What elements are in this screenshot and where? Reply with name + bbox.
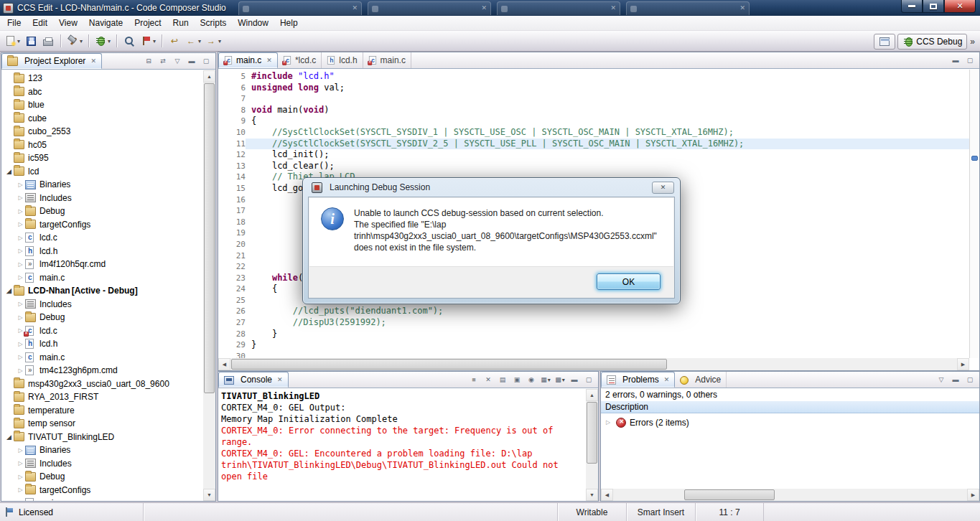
collapsed-arrow-icon[interactable]: ▷ (604, 419, 612, 426)
code-line-8[interactable]: void main(void) (246, 105, 969, 116)
tree-item-tivatut-blinkingled[interactable]: ◢TIVATUT_BlinkingLED (1, 431, 203, 444)
tree-item-targetconfigs[interactable]: ▷targetConfigs (1, 218, 203, 232)
dropdown-arrow-icon[interactable]: ▾ (17, 38, 20, 44)
maximize-window-button[interactable] (923, 0, 944, 13)
tree-item-lcd-c[interactable]: ▷lcd.c (1, 324, 203, 338)
editor-tab-main-c[interactable]: main.c✕ (218, 52, 278, 68)
menu-window[interactable]: Window (232, 17, 274, 29)
tree-item-cube[interactable]: cube (1, 112, 203, 126)
collapsed-arrow-icon[interactable]: ▷ (16, 261, 25, 268)
scroll-left-icon[interactable]: ◀ (601, 489, 613, 501)
scroll-right-icon[interactable]: ▶ (967, 489, 979, 501)
tree-item-ic595[interactable]: ic595 (1, 151, 203, 165)
scrollbar-thumb[interactable] (231, 359, 667, 370)
scrollbar-thumb[interactable] (684, 489, 775, 500)
overview-ruler[interactable] (969, 70, 979, 358)
scroll-down-icon[interactable]: ▼ (203, 489, 215, 501)
view-menu-icon[interactable]: ▽ (935, 374, 947, 385)
tree-item-main-c[interactable]: ▷main.c (1, 497, 203, 501)
menu-project[interactable]: Project (129, 17, 167, 29)
tree-item-lcd-nhan[interactable]: ◢LCD-Nhan [Active - Debug] (1, 284, 203, 298)
tree-item-main-c[interactable]: ▷main.c (1, 271, 203, 285)
tree-item-123[interactable]: 123 (1, 72, 203, 85)
code-line-7[interactable] (246, 93, 969, 105)
code-line-29[interactable]: } (246, 339, 969, 351)
close-window-button[interactable]: ✕ (944, 0, 976, 13)
save-button[interactable] (23, 33, 39, 49)
code-line-27[interactable]: //DispU3(2591992); (246, 317, 969, 329)
tree-item-binaries[interactable]: ▷Binaries (1, 178, 203, 192)
clear-console-icon[interactable]: ▤ (497, 374, 508, 385)
scroll-up-icon[interactable]: ▲ (586, 389, 598, 401)
close-tab-icon[interactable]: ✕ (90, 57, 96, 65)
minimize-icon[interactable]: ▬ (950, 374, 961, 385)
tree-item-debug[interactable]: ▷Debug (1, 311, 203, 324)
tree-item-includes[interactable]: ▷Includes (1, 192, 203, 205)
tree-item-debug[interactable]: ▷Debug (1, 470, 203, 484)
scrollbar-thumb[interactable] (587, 402, 597, 464)
menu-scripts[interactable]: Scripts (195, 17, 233, 29)
minimize-icon[interactable]: ▬ (950, 55, 961, 66)
collapse-all-icon[interactable]: ⊟ (143, 55, 154, 67)
tree-item-cubo-2553[interactable]: cubo_2553 (1, 125, 203, 139)
minimize-icon[interactable]: ▬ (186, 55, 197, 67)
menu-edit[interactable]: Edit (27, 17, 53, 29)
tree-item-hc05[interactable]: hc05 (1, 139, 203, 152)
maximize-icon[interactable]: ▢ (964, 374, 976, 385)
perspective-overflow-chevron[interactable]: » (969, 37, 977, 47)
menu-view[interactable]: View (53, 17, 83, 29)
collapsed-arrow-icon[interactable]: ▷ (16, 194, 25, 201)
console-output[interactable]: TIVATUT_BlinkingLED CORTEX_M4_0: GEL Out… (218, 389, 586, 501)
tree-item-abc[interactable]: abc (1, 85, 203, 99)
tree-item-main-c[interactable]: ▷main.c (1, 351, 203, 365)
link-with-editor-icon[interactable]: ⇄ (157, 55, 169, 67)
tree-item-binaries[interactable]: ▷Binaries (1, 443, 203, 457)
description-column-header[interactable]: Description (601, 401, 979, 413)
collapsed-arrow-icon[interactable]: ▷ (16, 487, 25, 493)
collapsed-arrow-icon[interactable]: ▷ (16, 447, 25, 454)
collapsed-arrow-icon[interactable]: ▷ (16, 367, 25, 374)
maximize-icon[interactable]: ▢ (964, 55, 976, 66)
minimize-icon[interactable]: ▬ (569, 374, 580, 385)
tree-item-rya-2013-first[interactable]: RYA_2013_FIRST (1, 390, 203, 404)
display-selected-console-icon[interactable]: ▦▾ (540, 374, 551, 385)
tree-item-blue[interactable]: blue (1, 98, 203, 112)
collapsed-arrow-icon[interactable]: ▷ (16, 208, 25, 215)
code-line-13[interactable]: lcd_clear(); (246, 161, 969, 172)
tree-item-debug[interactable]: ▷Debug (1, 205, 203, 218)
last-edit-button[interactable]: ↩ (167, 33, 182, 49)
dialog-close-button[interactable]: ✕ (652, 182, 674, 194)
tree-item-targetconfigs[interactable]: ▷targetConfigs (1, 484, 203, 497)
tree-item-lcd[interactable]: ◢lcd (1, 165, 203, 179)
collapsed-arrow-icon[interactable]: ▷ (16, 248, 25, 254)
tab-problems[interactable]: Problems✕ (601, 372, 675, 388)
menu-navigate[interactable]: Navigate (83, 17, 129, 29)
project-explorer-tab[interactable]: Project Explorer ✕ (1, 53, 102, 69)
project-tree-scrollbar[interactable]: ▲ ▼ (203, 70, 215, 501)
current-line-marker[interactable] (971, 156, 978, 161)
editor-tab-main-c[interactable]: main.c (363, 52, 411, 68)
tree-item-tm4c123gh6pm-cmd[interactable]: ▷tm4c123gh6pm.cmd (1, 364, 203, 377)
tree-item-temperature[interactable]: temperature (1, 404, 203, 418)
menu-file[interactable]: File (1, 17, 27, 29)
print-button[interactable] (40, 33, 56, 49)
scroll-up-icon[interactable]: ▲ (203, 70, 215, 83)
code-line-26[interactable]: //lcd_puts("dienduant1.com"); (246, 306, 969, 317)
collapsed-arrow-icon[interactable]: ▷ (16, 235, 25, 241)
forward-button[interactable]: →▾ (204, 33, 223, 49)
dropdown-arrow-icon[interactable]: ▾ (80, 38, 83, 44)
collapsed-arrow-icon[interactable]: ▷ (16, 474, 25, 480)
console-tab[interactable]: Console ✕ (218, 372, 289, 388)
dropdown-arrow-icon[interactable]: ▾ (218, 38, 221, 44)
dropdown-arrow-icon[interactable]: ▾ (562, 377, 565, 383)
search-button[interactable] (121, 33, 137, 49)
code-line-30[interactable] (246, 351, 969, 358)
expanded-arrow-icon[interactable]: ◢ (4, 168, 14, 175)
code-line-28[interactable]: } (246, 329, 969, 340)
back-button[interactable]: ←▾ (184, 33, 202, 49)
tree-item-temp-sensor[interactable]: temp sensor (1, 417, 203, 431)
dropdown-arrow-icon[interactable]: ▾ (548, 377, 551, 383)
close-tab-icon[interactable]: ✕ (277, 376, 283, 383)
open-perspective-button[interactable] (874, 34, 895, 50)
scroll-left-icon[interactable]: ◀ (218, 358, 230, 370)
